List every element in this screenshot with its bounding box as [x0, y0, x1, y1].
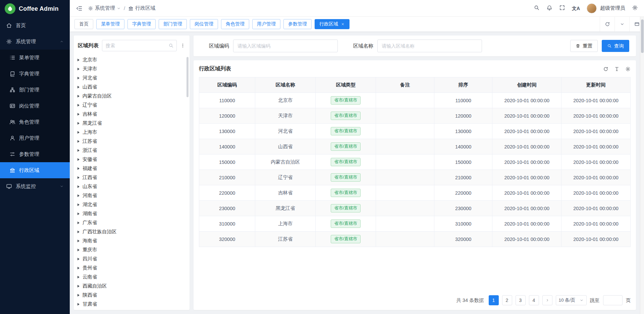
- caret-right-icon[interactable]: [77, 249, 79, 251]
- caret-right-icon[interactable]: [77, 77, 79, 79]
- tree-item[interactable]: 湖北省: [74, 200, 190, 209]
- sidebar-item-menu-management[interactable]: 菜单管理: [0, 50, 70, 66]
- tree-item[interactable]: 陕西省: [74, 291, 190, 300]
- sidebar-item-system-management[interactable]: 系统管理: [0, 34, 70, 50]
- caret-right-icon[interactable]: [77, 212, 79, 215]
- table-row[interactable]: 140000 山西省 省市/直辖市 140000 2020-10-01 00:0…: [199, 139, 631, 154]
- caret-right-icon[interactable]: [77, 95, 79, 98]
- table-row[interactable]: 150000 内蒙古自治区 省市/直辖市 150000 2020-10-01 0…: [199, 154, 631, 170]
- caret-right-icon[interactable]: [77, 104, 79, 107]
- caret-right-icon[interactable]: [77, 167, 79, 170]
- region-code-input[interactable]: [233, 40, 338, 52]
- sidebar-item-role-management[interactable]: 角色管理: [0, 114, 70, 130]
- region-name-input[interactable]: [377, 40, 482, 52]
- sidebar-item-post-management[interactable]: 岗位管理: [0, 98, 70, 114]
- table-row[interactable]: 130000 河北省 省市/直辖市 130000 2020-10-01 00:0…: [199, 124, 631, 139]
- tree-item[interactable]: 山西省: [74, 82, 190, 91]
- tab-home[interactable]: 首页: [74, 19, 93, 29]
- sidebar-item-dept-management[interactable]: 部门管理: [0, 82, 70, 98]
- search-icon[interactable]: [168, 43, 174, 48]
- tree-item[interactable]: 浙江省: [74, 146, 190, 155]
- tree-item[interactable]: 西藏自治区: [74, 281, 190, 291]
- tree-item[interactable]: 河南省: [74, 191, 190, 200]
- tree-item[interactable]: 广东省: [74, 218, 190, 227]
- table-row[interactable]: 110000 北京市 省市/直辖市 110000 2020-10-01 00:0…: [199, 93, 631, 108]
- avatar[interactable]: [587, 3, 597, 13]
- search-button[interactable]: [534, 5, 540, 12]
- caret-right-icon[interactable]: [77, 176, 79, 179]
- page-2-button[interactable]: 2: [502, 295, 512, 305]
- tree-more-button[interactable]: [180, 43, 185, 48]
- table-refresh-button[interactable]: [603, 66, 608, 72]
- tab-admin-region[interactable]: 行政区域: [315, 19, 350, 29]
- column-header[interactable]: 排序: [434, 77, 492, 93]
- column-header[interactable]: 区域类型: [316, 77, 376, 93]
- sidebar-item-param-management[interactable]: 参数管理: [0, 146, 70, 162]
- column-header[interactable]: 备注: [376, 77, 434, 93]
- tree-search-input[interactable]: [102, 40, 177, 51]
- caret-right-icon[interactable]: [77, 140, 79, 143]
- sidebar-item-system-monitor[interactable]: 系统监控: [0, 178, 70, 194]
- caret-right-icon[interactable]: [77, 285, 79, 288]
- tree-item[interactable]: 辽宁省: [74, 101, 190, 110]
- tree-item[interactable]: 河北省: [74, 73, 190, 82]
- notification-button[interactable]: [546, 5, 552, 12]
- tree-item[interactable]: 安徽省: [74, 155, 190, 164]
- table-density-button[interactable]: [614, 66, 620, 72]
- tab-user-management[interactable]: 用户管理: [252, 19, 280, 29]
- caret-right-icon[interactable]: [77, 185, 79, 188]
- tree-scrollbar[interactable]: [186, 57, 189, 97]
- sidebar-item-home[interactable]: 首页: [0, 17, 70, 34]
- caret-right-icon[interactable]: [77, 267, 79, 269]
- tree-item[interactable]: 江苏省: [74, 137, 190, 146]
- caret-right-icon[interactable]: [77, 231, 79, 233]
- page-scrollbar[interactable]: [640, 17, 644, 314]
- fullscreen-button[interactable]: [559, 5, 565, 12]
- breadcrumb-section[interactable]: 系统管理: [88, 5, 121, 11]
- table-row[interactable]: 310000 上海市 省市/直辖市 310000 2020-10-01 00:0…: [199, 216, 631, 232]
- page-3-button[interactable]: 3: [516, 295, 526, 305]
- tree-item[interactable]: 四川省: [74, 254, 190, 263]
- column-header[interactable]: 更新时间: [561, 77, 631, 93]
- next-page-button[interactable]: [542, 295, 552, 305]
- table-settings-button[interactable]: [625, 66, 631, 72]
- tree-item[interactable]: 广西壮族自治区: [74, 227, 190, 236]
- caret-right-icon[interactable]: [77, 113, 79, 116]
- page-scrollbar-thumb[interactable]: [641, 19, 644, 53]
- column-header[interactable]: 创建时间: [492, 77, 561, 93]
- caret-right-icon[interactable]: [77, 276, 79, 278]
- sidebar-item-admin-region[interactable]: 行政区域: [0, 162, 70, 178]
- tree-item[interactable]: 江西省: [74, 173, 190, 182]
- caret-right-icon[interactable]: [77, 86, 79, 88]
- tree-item[interactable]: 上海市: [74, 128, 190, 137]
- caret-right-icon[interactable]: [77, 59, 79, 61]
- table-row[interactable]: 230000 黑龙江省 省市/直辖市 230000 2020-10-01 00:…: [199, 201, 631, 216]
- column-header[interactable]: 区域编码: [199, 77, 255, 93]
- reset-button[interactable]: 重置: [570, 40, 598, 52]
- table-row[interactable]: 320000 江苏省 省市/直辖市 320000 2020-10-01 00:0…: [199, 232, 631, 247]
- tree-item[interactable]: 云南省: [74, 272, 190, 281]
- tree-item[interactable]: 福建省: [74, 164, 190, 173]
- tree-item[interactable]: 山东省: [74, 182, 190, 191]
- page-1-button[interactable]: 1: [489, 295, 499, 305]
- refresh-page-button[interactable]: [600, 17, 614, 32]
- sidebar-item-user-management[interactable]: 用户管理: [0, 130, 70, 146]
- search-submit-button[interactable]: 查询: [602, 40, 629, 52]
- caret-right-icon[interactable]: [77, 203, 79, 206]
- tab-param-management[interactable]: 参数管理: [283, 19, 312, 29]
- language-button[interactable]: 文A: [572, 6, 580, 11]
- tree-item[interactable]: 甘肃省: [74, 300, 190, 309]
- tree-item[interactable]: 北京市: [74, 55, 190, 64]
- caret-right-icon[interactable]: [77, 158, 79, 161]
- caret-right-icon[interactable]: [77, 222, 79, 224]
- tree-item[interactable]: 吉林省: [74, 110, 190, 119]
- app-logo[interactable]: Coffee Admin: [0, 0, 70, 17]
- page-size-select[interactable]: 10 条/页: [556, 295, 587, 305]
- tab-options-button[interactable]: [614, 17, 629, 32]
- tree-item[interactable]: 内蒙古自治区: [74, 91, 190, 101]
- table-row[interactable]: 220000 吉林省 省市/直辖市 220000 2020-10-01 00:0…: [199, 185, 631, 201]
- caret-right-icon[interactable]: [77, 294, 79, 297]
- table-row[interactable]: 120000 天津市 省市/直辖市 120000 2020-10-01 00:0…: [199, 108, 631, 124]
- tree-item[interactable]: 贵州省: [74, 263, 190, 272]
- close-tab-icon[interactable]: [341, 22, 345, 26]
